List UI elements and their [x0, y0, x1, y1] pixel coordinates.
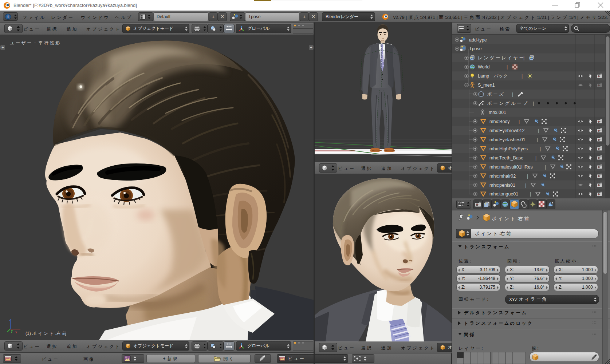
svg-text:y: y [11, 329, 13, 333]
svg-text:|: | [545, 165, 546, 170]
svg-text:mhx:Teeth_Base: mhx:Teeth_Base [489, 155, 523, 161]
svg-text:|: | [535, 155, 536, 161]
svg-text:mhx:mhair02: mhx:mhair02 [489, 174, 516, 179]
svg-text:mhx:HighPolyEyes: mhx:HighPolyEyes [489, 146, 528, 151]
svg-text:mhx:penis01: mhx:penis01 [489, 183, 515, 188]
svg-text:|: | [540, 146, 541, 151]
svg-text:ボーングループ: ボーングループ [487, 101, 528, 106]
svg-text:Lamp バック: Lamp バック [478, 74, 508, 79]
svg-text:|: | [525, 183, 526, 188]
svg-text:mhx:malesuit01HRes: mhx:malesuit01HRes [489, 165, 533, 170]
svg-text:|: | [527, 174, 528, 179]
svg-text:y: y [15, 330, 17, 333]
svg-text:mhx.001: mhx.001 [489, 110, 506, 115]
svg-text:S_men1: S_men1 [478, 83, 495, 88]
svg-text:mhx:Body: mhx:Body [489, 119, 510, 124]
svg-text:Tpose: Tpose [469, 46, 482, 51]
svg-text:|: | [533, 101, 534, 106]
svg-text:|: | [522, 74, 523, 79]
svg-text:mhx:tongue01: mhx:tongue01 [489, 191, 518, 197]
svg-text:レンダーレイヤー: レンダーレイヤー [478, 55, 525, 60]
svg-text:ポーズ: ポーズ [487, 92, 505, 97]
svg-text:z: z [9, 318, 11, 322]
svg-text:add-type: add-type [469, 37, 487, 43]
svg-text:|: | [519, 119, 520, 124]
svg-text:mhx:Eyelashes01: mhx:Eyelashes01 [489, 137, 526, 142]
svg-text:|: | [507, 64, 508, 70]
svg-text:|: | [538, 128, 539, 133]
svg-text:|: | [530, 191, 531, 197]
svg-text:|: | [537, 137, 538, 142]
svg-text:mhx:Eyebrow012: mhx:Eyebrow012 [489, 128, 525, 133]
svg-text:|: | [512, 92, 513, 97]
svg-text:World: World [478, 64, 489, 70]
svg-text:|: | [523, 55, 524, 60]
